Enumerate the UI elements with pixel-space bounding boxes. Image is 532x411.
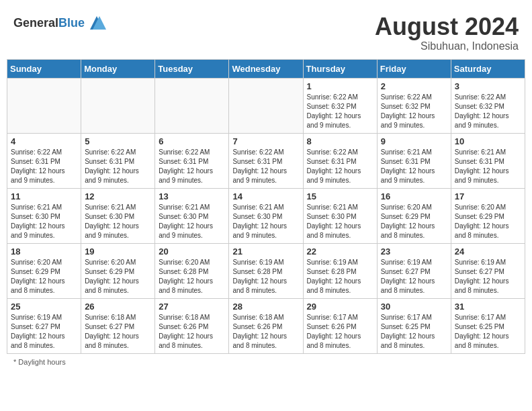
- day-number: 5: [85, 136, 151, 146]
- calendar-cell: 27Sunrise: 6:18 AM Sunset: 6:26 PM Dayli…: [155, 298, 229, 353]
- day-number: 7: [232, 136, 299, 146]
- calendar-cell: 28Sunrise: 6:18 AM Sunset: 6:26 PM Dayli…: [229, 298, 303, 353]
- day-info: Sunrise: 6:20 AM Sunset: 6:29 PM Dayligh…: [11, 258, 77, 295]
- header: GeneralBlue August 2024 Sibuhuan, Indone…: [7, 7, 525, 56]
- calendar-cell: 23Sunrise: 6:19 AM Sunset: 6:27 PM Dayli…: [377, 243, 451, 298]
- day-info: Sunrise: 6:19 AM Sunset: 6:28 PM Dayligh…: [232, 258, 299, 295]
- day-number: 27: [159, 302, 225, 312]
- day-info: Sunrise: 6:20 AM Sunset: 6:29 PM Dayligh…: [85, 258, 151, 295]
- day-number: 9: [381, 136, 447, 146]
- day-number: 29: [307, 302, 373, 312]
- day-number: 11: [11, 191, 77, 201]
- day-info: Sunrise: 6:18 AM Sunset: 6:26 PM Dayligh…: [232, 313, 299, 351]
- day-number: 1: [307, 81, 373, 91]
- day-info: Sunrise: 6:21 AM Sunset: 6:31 PM Dayligh…: [381, 148, 447, 185]
- daylight-note: Daylight hours: [18, 358, 65, 366]
- day-number: 17: [455, 191, 521, 201]
- day-info: Sunrise: 6:19 AM Sunset: 6:27 PM Dayligh…: [455, 258, 521, 295]
- calendar-cell: 14Sunrise: 6:21 AM Sunset: 6:30 PM Dayli…: [229, 188, 303, 243]
- calendar-cell: 30Sunrise: 6:17 AM Sunset: 6:25 PM Dayli…: [377, 298, 451, 353]
- calendar-cell: 3Sunrise: 6:22 AM Sunset: 6:32 PM Daylig…: [451, 78, 525, 133]
- day-info: Sunrise: 6:20 AM Sunset: 6:29 PM Dayligh…: [455, 203, 521, 240]
- calendar-cell: 4Sunrise: 6:22 AM Sunset: 6:31 PM Daylig…: [7, 133, 81, 188]
- calendar-week-4: 25Sunrise: 6:19 AM Sunset: 6:27 PM Dayli…: [7, 298, 525, 353]
- calendar-cell: 18Sunrise: 6:20 AM Sunset: 6:29 PM Dayli…: [7, 243, 81, 298]
- logo: GeneralBlue: [13, 13, 106, 32]
- month-year: August 2024: [375, 13, 519, 40]
- calendar-cell: 22Sunrise: 6:19 AM Sunset: 6:28 PM Dayli…: [303, 243, 377, 298]
- calendar-cell: [81, 78, 155, 133]
- day-info: Sunrise: 6:17 AM Sunset: 6:25 PM Dayligh…: [455, 313, 521, 351]
- calendar-table: SundayMondayTuesdayWednesdayThursdayFrid…: [7, 59, 525, 354]
- calendar-week-1: 4Sunrise: 6:22 AM Sunset: 6:31 PM Daylig…: [7, 133, 525, 188]
- day-info: Sunrise: 6:19 AM Sunset: 6:27 PM Dayligh…: [381, 258, 447, 295]
- calendar-cell: 9Sunrise: 6:21 AM Sunset: 6:31 PM Daylig…: [377, 133, 451, 188]
- day-info: Sunrise: 6:20 AM Sunset: 6:28 PM Dayligh…: [159, 258, 225, 295]
- calendar-cell: 8Sunrise: 6:22 AM Sunset: 6:31 PM Daylig…: [303, 133, 377, 188]
- day-header-tuesday: Tuesday: [155, 59, 229, 78]
- day-info: Sunrise: 6:18 AM Sunset: 6:26 PM Dayligh…: [159, 313, 225, 351]
- day-info: Sunrise: 6:22 AM Sunset: 6:31 PM Dayligh…: [85, 148, 151, 185]
- day-number: 24: [455, 246, 521, 257]
- day-number: 16: [381, 191, 447, 201]
- day-number: 13: [159, 191, 225, 201]
- calendar-cell: 26Sunrise: 6:18 AM Sunset: 6:27 PM Dayli…: [81, 298, 155, 353]
- day-info: Sunrise: 6:22 AM Sunset: 6:31 PM Dayligh…: [232, 148, 299, 185]
- day-number: 21: [232, 246, 299, 257]
- day-info: Sunrise: 6:18 AM Sunset: 6:27 PM Dayligh…: [85, 313, 151, 351]
- day-number: 31: [455, 302, 521, 312]
- calendar-cell: 15Sunrise: 6:21 AM Sunset: 6:30 PM Dayli…: [303, 188, 377, 243]
- day-info: Sunrise: 6:19 AM Sunset: 6:28 PM Dayligh…: [307, 258, 373, 295]
- day-info: Sunrise: 6:22 AM Sunset: 6:31 PM Dayligh…: [159, 148, 225, 185]
- calendar-cell: 6Sunrise: 6:22 AM Sunset: 6:31 PM Daylig…: [155, 133, 229, 188]
- calendar-cell: 24Sunrise: 6:19 AM Sunset: 6:27 PM Dayli…: [451, 243, 525, 298]
- calendar-cell: 19Sunrise: 6:20 AM Sunset: 6:29 PM Dayli…: [81, 243, 155, 298]
- calendar-cell: 29Sunrise: 6:17 AM Sunset: 6:26 PM Dayli…: [303, 298, 377, 353]
- logo-icon: [87, 13, 106, 32]
- calendar-cell: [155, 78, 229, 133]
- calendar-cell: 5Sunrise: 6:22 AM Sunset: 6:31 PM Daylig…: [81, 133, 155, 188]
- title-area: August 2024 Sibuhuan, Indonesia: [375, 13, 519, 52]
- calendar-cell: 10Sunrise: 6:21 AM Sunset: 6:31 PM Dayli…: [451, 133, 525, 188]
- day-number: 15: [307, 191, 373, 201]
- calendar-cell: 1Sunrise: 6:22 AM Sunset: 6:32 PM Daylig…: [303, 78, 377, 133]
- day-number: 10: [455, 136, 521, 146]
- calendar-cell: 25Sunrise: 6:19 AM Sunset: 6:27 PM Dayli…: [7, 298, 81, 353]
- calendar-week-2: 11Sunrise: 6:21 AM Sunset: 6:30 PM Dayli…: [7, 188, 525, 243]
- day-info: Sunrise: 6:21 AM Sunset: 6:30 PM Dayligh…: [85, 203, 151, 240]
- day-info: Sunrise: 6:22 AM Sunset: 6:32 PM Dayligh…: [455, 93, 521, 130]
- day-number: 19: [85, 246, 151, 257]
- day-number: 12: [85, 191, 151, 201]
- calendar-cell: [229, 78, 303, 133]
- day-header-thursday: Thursday: [303, 59, 377, 78]
- day-number: 28: [232, 302, 299, 312]
- logo-blue: Blue: [58, 16, 85, 30]
- day-number: 22: [307, 246, 373, 257]
- day-number: 4: [11, 136, 77, 146]
- calendar-cell: 16Sunrise: 6:20 AM Sunset: 6:29 PM Dayli…: [377, 188, 451, 243]
- calendar-header-row: SundayMondayTuesdayWednesdayThursdayFrid…: [7, 59, 525, 78]
- day-info: Sunrise: 6:21 AM Sunset: 6:30 PM Dayligh…: [159, 203, 225, 240]
- day-number: 3: [455, 81, 521, 91]
- calendar-cell: 20Sunrise: 6:20 AM Sunset: 6:28 PM Dayli…: [155, 243, 229, 298]
- calendar-cell: 31Sunrise: 6:17 AM Sunset: 6:25 PM Dayli…: [451, 298, 525, 353]
- calendar-cell: 21Sunrise: 6:19 AM Sunset: 6:28 PM Dayli…: [229, 243, 303, 298]
- calendar-week-3: 18Sunrise: 6:20 AM Sunset: 6:29 PM Dayli…: [7, 243, 525, 298]
- day-info: Sunrise: 6:22 AM Sunset: 6:31 PM Dayligh…: [307, 148, 373, 185]
- calendar-cell: 11Sunrise: 6:21 AM Sunset: 6:30 PM Dayli…: [7, 188, 81, 243]
- footer-note: * Daylight hours: [7, 354, 525, 370]
- day-number: 6: [159, 136, 225, 146]
- day-header-monday: Monday: [81, 59, 155, 78]
- day-info: Sunrise: 6:17 AM Sunset: 6:26 PM Dayligh…: [307, 313, 373, 351]
- day-header-saturday: Saturday: [451, 59, 525, 78]
- day-number: 30: [381, 302, 447, 312]
- day-number: 23: [381, 246, 447, 257]
- calendar-week-0: 1Sunrise: 6:22 AM Sunset: 6:32 PM Daylig…: [7, 78, 525, 133]
- calendar-cell: 2Sunrise: 6:22 AM Sunset: 6:32 PM Daylig…: [377, 78, 451, 133]
- day-number: 18: [11, 246, 77, 257]
- day-number: 2: [381, 81, 447, 91]
- day-header-sunday: Sunday: [7, 59, 81, 78]
- day-header-friday: Friday: [377, 59, 451, 78]
- day-number: 25: [11, 302, 77, 312]
- day-number: 20: [159, 246, 225, 257]
